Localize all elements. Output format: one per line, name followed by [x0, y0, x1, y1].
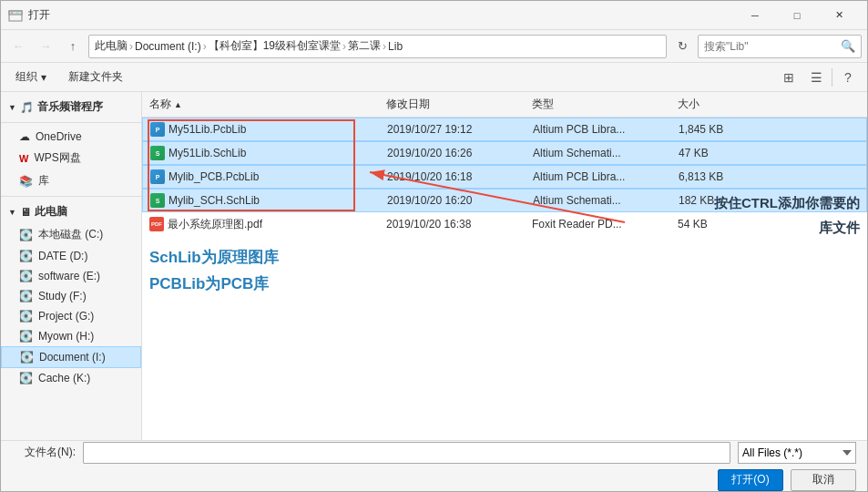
- view-details-button[interactable]: ☰: [804, 66, 828, 89]
- close-button[interactable]: ✕: [818, 1, 860, 30]
- filelist-body: P My51Lib.PcbLib 2019/10/27 19:12 Altium…: [142, 118, 867, 440]
- new-folder-button[interactable]: 新建文件夹: [61, 67, 130, 87]
- forward-button[interactable]: →: [34, 35, 57, 58]
- drive-h-label: Myown (H:): [38, 330, 94, 343]
- file-name-cell: PDF 最小系统原理图.pdf: [146, 217, 383, 232]
- sidebar-item-library[interactable]: 📚 库: [1, 169, 141, 192]
- drive-g-icon: 💽: [19, 310, 33, 323]
- table-row[interactable]: P Mylib_PCB.PcbLib 2019/10/20 16:18 Alti…: [142, 165, 867, 189]
- file-type: Altium PCB Libra...: [533, 170, 625, 183]
- view-toggle-button[interactable]: ⊞: [777, 66, 801, 89]
- sidebar-music-label: 音乐频谱程序: [37, 99, 103, 115]
- table-row[interactable]: S My51Lib.SchLib 2019/10/20 16:26 Altium…: [142, 141, 867, 165]
- cancel-button[interactable]: 取消: [791, 469, 856, 491]
- file-modified-cell: 2019/10/20 16:38: [383, 218, 528, 231]
- search-icon: 🔍: [841, 39, 855, 53]
- sidebar-item-wps[interactable]: W WPS网盘: [1, 147, 141, 169]
- sidebar-item-onedrive[interactable]: ☁ OneDrive: [1, 127, 141, 147]
- pdf-icon: PDF: [149, 217, 164, 231]
- file-type: Altium Schemati...: [533, 194, 621, 207]
- file-modified: 2019/10/20 16:20: [387, 194, 472, 207]
- search-input[interactable]: [704, 40, 841, 53]
- pc-icon: 🖥: [20, 206, 31, 219]
- sidebar-item-study-f[interactable]: 💽 Study (F:): [1, 286, 141, 306]
- file-type-cell: Altium PCB Libra...: [529, 170, 675, 183]
- file-size-cell: 6,813 KB: [675, 170, 748, 183]
- thispc-label: 此电脑: [35, 204, 67, 220]
- annotation-left-line2: PCBLib为PCB库: [149, 272, 279, 298]
- organize-label: 组织: [15, 69, 37, 85]
- file-modified: 2019/10/27 19:12: [387, 123, 472, 136]
- open-button[interactable]: 打开(O): [718, 469, 783, 491]
- sidebar-item-myown-h[interactable]: 💽 Myown (H:): [1, 326, 141, 346]
- file-size: 54 KB: [678, 218, 708, 231]
- path-segment-1: 此电脑: [95, 38, 128, 54]
- bottombar: 文件名(N): All Files (*.*) 打开(O) 取消: [1, 440, 867, 491]
- filename-input[interactable]: [83, 442, 730, 464]
- file-size: 47 KB: [679, 147, 709, 159]
- path-segment-5: Lib: [388, 40, 403, 53]
- sidebar-item-software-e[interactable]: 💽 software (E:): [1, 266, 141, 286]
- up-button[interactable]: ↑: [61, 35, 85, 58]
- back-button[interactable]: ←: [6, 35, 30, 58]
- sidebar-item-document-i[interactable]: 💽 Document (I:): [1, 346, 141, 368]
- toolbar-separator: [832, 68, 832, 87]
- file-name-cell: S Mylib_SCH.SchLib: [147, 193, 383, 208]
- organize-button[interactable]: 组织 ▾: [8, 67, 54, 87]
- table-row[interactable]: PDF 最小系统原理图.pdf 2019/10/20 16:38 Foxit R…: [142, 212, 867, 236]
- organize-arrow: ▾: [41, 71, 46, 84]
- col-type[interactable]: 类型: [528, 97, 674, 112]
- sort-arrow: ▲: [174, 100, 182, 109]
- file-name: My51Lib.SchLib: [168, 147, 246, 159]
- col-name-label: 名称: [149, 97, 171, 112]
- drive-k-icon: 💽: [19, 372, 33, 384]
- svg-point-4: [16, 12, 18, 14]
- help-button[interactable]: ?: [836, 66, 860, 89]
- table-row[interactable]: S Mylib_SCH.SchLib 2019/10/20 16:20 Alti…: [142, 189, 867, 212]
- drive-f-icon: 💽: [19, 290, 33, 302]
- sidebar: ▼ 🎵 音乐频谱程序 ☁ OneDrive W WPS网盘 📚 库: [1, 92, 142, 440]
- file-type: Altium PCB Libra...: [533, 123, 625, 136]
- onedrive-label: OneDrive: [36, 130, 82, 143]
- addressbar: ← → ↑ 此电脑 › Document (I:) › 【科创室】19级科创室课…: [1, 30, 867, 63]
- col-name[interactable]: 名称 ▲: [146, 97, 383, 112]
- col-size[interactable]: 大小: [674, 97, 747, 112]
- drive-i-label: Document (I:): [39, 351, 106, 364]
- path-segment-3: 【科创室】19级科创室课堂: [209, 38, 341, 54]
- drive-e-icon: 💽: [19, 270, 33, 282]
- drive-c-label: 本地磁盘 (C:): [38, 227, 103, 242]
- filelist: 名称 ▲ 修改日期 类型 大小 P: [142, 92, 867, 440]
- window-controls: ─ □ ✕: [734, 1, 860, 30]
- sidebar-group-thispc: ▼ 🖥 此电脑: [1, 200, 141, 223]
- sidebar-divider-2: [1, 196, 141, 197]
- table-row[interactable]: P My51Lib.PcbLib 2019/10/27 19:12 Altium…: [142, 118, 867, 141]
- drive-i-icon: 💽: [20, 351, 34, 364]
- sidebar-item-date-d[interactable]: 💽 DATE (D:): [1, 246, 141, 266]
- window-title: 打开: [28, 7, 734, 23]
- drive-g-label: Project (G:): [38, 310, 94, 323]
- minimize-button[interactable]: ─: [734, 1, 776, 30]
- wps-label: WPS网盘: [34, 150, 80, 166]
- search-box[interactable]: 🔍: [698, 35, 862, 58]
- wps-icon: W: [19, 153, 28, 164]
- sidebar-item-project-g[interactable]: 💽 Project (G:): [1, 306, 141, 326]
- schlib-icon: S: [150, 193, 165, 208]
- col-modified[interactable]: 修改日期: [383, 97, 528, 112]
- col-size-label: 大小: [678, 97, 700, 112]
- schlib-icon: S: [150, 146, 165, 160]
- drive-f-label: Study (F:): [38, 290, 87, 302]
- address-path[interactable]: 此电脑 › Document (I:) › 【科创室】19级科创室课堂 › 第二…: [88, 35, 667, 58]
- refresh-button[interactable]: ↻: [670, 35, 694, 58]
- sidebar-item-local-c[interactable]: 💽 本地磁盘 (C:): [1, 223, 141, 246]
- drive-k-label: Cache (K:): [38, 372, 90, 384]
- file-size: 6,813 KB: [679, 170, 723, 183]
- maximize-button[interactable]: □: [776, 1, 818, 30]
- col-modified-label: 修改日期: [386, 97, 430, 112]
- file-type-cell: Altium Schemati...: [529, 147, 675, 159]
- file-name-cell: P My51Lib.PcbLib: [147, 122, 383, 137]
- file-name: 最小系统原理图.pdf: [168, 217, 262, 232]
- sidebar-item-cache-k[interactable]: 💽 Cache (K:): [1, 368, 141, 388]
- titlebar: 打开 ─ □ ✕: [1, 1, 867, 30]
- filetype-select[interactable]: All Files (*.*): [738, 442, 856, 464]
- file-size-cell: 47 KB: [675, 147, 748, 159]
